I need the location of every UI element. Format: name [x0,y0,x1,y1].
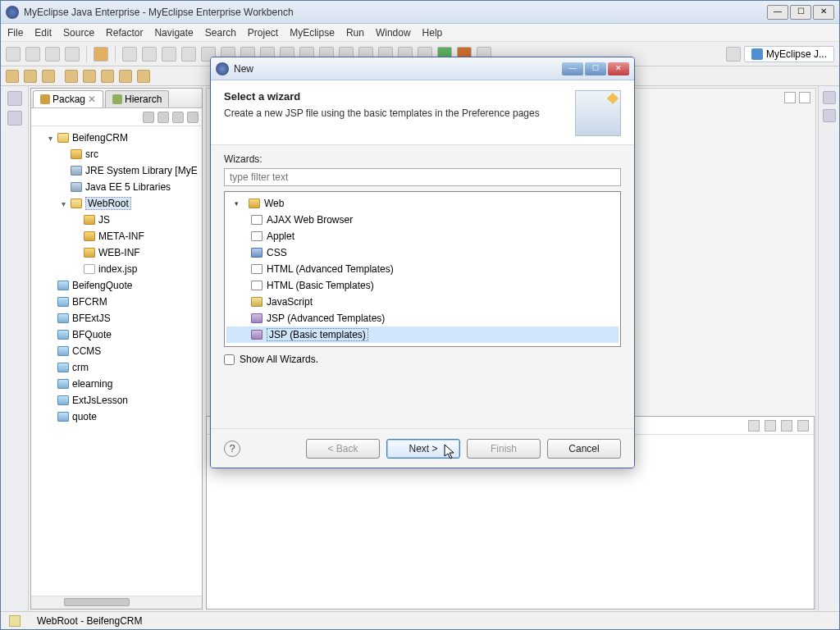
webinf-node[interactable]: WEB-INF [33,244,200,261]
quote-node[interactable]: quote [33,409,200,425]
tool-icon[interactable] [122,47,137,62]
extjslesson-node[interactable]: ExtJsLesson [33,392,200,409]
dialog-minimize-button[interactable]: — [562,62,583,75]
window-title: MyEclipse Java Enterprise - MyEclipse En… [24,7,767,18]
deploy-icon[interactable] [94,47,108,62]
wizard-tree[interactable]: ▾Web AJAX Web Browser Applet CSS HTML (A… [224,191,621,347]
wizard-html-advanced[interactable]: HTML (Advanced Templates) [226,261,619,277]
gutter-icon[interactable] [7,91,22,106]
print-icon[interactable] [65,47,80,62]
menu-navigate[interactable]: Navigate [154,27,193,39]
dialog-title: New [234,63,562,75]
myeclipse-perspective-icon [751,48,763,60]
wizard-ajax-browser[interactable]: AJAX Web Browser [226,212,619,228]
javaee-node[interactable]: Java EE 5 Libraries [33,179,200,195]
show-all-checkbox[interactable] [224,354,235,365]
menu-project[interactable]: Project [248,27,278,39]
tab-package-explorer[interactable]: Packag ✕ [33,90,103,107]
scrollbar-thumb[interactable] [64,598,130,606]
sub-tool-icon[interactable] [101,70,114,83]
webroot-node[interactable]: ▾WebRoot [33,195,200,212]
bp-tool-icon[interactable] [765,420,776,431]
close-tab-icon[interactable]: ✕ [88,94,96,105]
sub-tool-icon[interactable] [119,70,132,83]
gutter-icon[interactable] [823,109,836,122]
js-folder-node[interactable]: JS [33,212,200,228]
src-node[interactable]: src [33,146,200,162]
bp-tool-icon[interactable] [781,420,792,431]
wizard-jsp-basic[interactable]: JSP (Basic templates) [226,326,619,343]
menu-help[interactable]: Help [422,27,443,39]
collapse-icon[interactable] [172,112,184,123]
sub-tool-icon[interactable] [6,70,19,83]
bp-tool-icon[interactable] [797,420,809,431]
jre-node[interactable]: JRE System Library [MyE [33,162,200,179]
menu-myeclipse[interactable]: MyEclipse [290,27,335,39]
maximize-button[interactable]: ☐ [790,5,811,20]
sub-tool-icon[interactable] [137,70,150,83]
menu-file[interactable]: File [7,27,23,39]
main-window: MyEclipse Java Enterprise - MyEclipse En… [0,0,840,630]
wizard-html-basic[interactable]: HTML (Basic Templates) [226,277,619,294]
wizard-portlet[interactable]: Portlet [226,343,619,347]
menu-edit[interactable]: Edit [34,27,52,39]
maximize-view-icon[interactable] [799,92,810,103]
minimize-button[interactable]: — [767,5,788,20]
sub-tool-icon[interactable] [83,70,96,83]
menu-source[interactable]: Source [63,27,94,39]
menu-window[interactable]: Window [376,27,411,39]
help-icon[interactable]: ? [224,441,240,457]
indexjsp-node[interactable]: index.jsp [33,261,200,277]
menu-run[interactable]: Run [346,27,364,39]
menu-refactor[interactable]: Refactor [106,27,143,39]
project-node[interactable]: ▾BeifengCRM [33,130,200,146]
minimize-view-icon[interactable] [784,92,796,103]
bfquote-node[interactable]: BFQuote [33,326,200,343]
finish-button[interactable]: Finish [467,439,541,459]
sub-tool-icon[interactable] [65,70,78,83]
dialog-icon [216,62,229,75]
back-icon[interactable] [143,112,154,123]
link-icon[interactable] [187,112,199,123]
status-icon [9,615,21,627]
sub-tool-icon[interactable] [24,70,37,83]
wizard-filter-input[interactable] [224,168,621,186]
gutter-icon[interactable] [823,91,836,104]
tool-icon[interactable] [142,47,157,62]
dialog-maximize-button[interactable]: ☐ [585,62,606,75]
new-icon[interactable] [6,47,21,62]
perspective-open-icon[interactable] [726,47,741,62]
dialog-titlebar[interactable]: New — ☐ ✕ [211,57,634,80]
close-button[interactable]: ✕ [813,5,834,20]
bfextjs-node[interactable]: BFExtJS [33,310,200,326]
beifengquote-node[interactable]: BeifengQuote [33,277,200,294]
saveall-icon[interactable] [45,47,60,62]
menu-search[interactable]: Search [205,27,236,39]
next-button[interactable]: Next > [386,439,460,459]
gutter-icon[interactable] [7,111,22,126]
horizontal-scrollbar[interactable] [31,596,202,609]
tool-icon[interactable] [181,47,196,62]
dialog-close-button[interactable]: ✕ [608,62,629,75]
sub-tool-icon[interactable] [42,70,55,83]
wizard-javascript[interactable]: JavaScript [226,294,619,310]
tool-icon[interactable] [162,47,176,62]
ccms-node[interactable]: CCMS [33,343,200,359]
wizard-jsp-advanced[interactable]: JSP (Advanced Templates) [226,310,619,326]
metainf-node[interactable]: META-INF [33,228,200,244]
bfcrm-node[interactable]: BFCRM [33,294,200,310]
package-tree[interactable]: ▾BeifengCRM src JRE System Library [MyE … [31,126,202,596]
wizard-category-web[interactable]: ▾Web [226,195,619,212]
wizard-css[interactable]: CSS [226,244,619,261]
cancel-button[interactable]: Cancel [547,439,621,459]
titlebar: MyEclipse Java Enterprise - MyEclipse En… [1,1,839,24]
bp-tool-icon[interactable] [748,420,760,431]
crm-node[interactable]: crm [33,359,200,376]
wizard-applet[interactable]: Applet [226,228,619,244]
save-icon[interactable] [25,47,40,62]
back-button[interactable]: < Back [306,439,380,459]
forward-icon[interactable] [158,112,169,123]
tab-hierarchy[interactable]: Hierarch [105,90,169,107]
elearning-node[interactable]: elearning [33,376,200,392]
perspective-chip[interactable]: MyEclipse J... [744,46,834,62]
